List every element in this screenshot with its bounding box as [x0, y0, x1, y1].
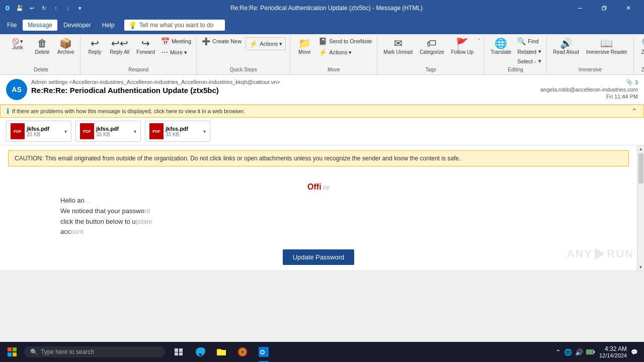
save-qs-btn[interactable]: 💾: [15, 4, 24, 13]
vertical-scrollbar[interactable]: ▲ ▼: [637, 145, 644, 270]
select-button[interactable]: Select - ▾: [515, 57, 543, 65]
immersive-reader-button[interactable]: 📖 Immersive Reader: [583, 36, 630, 57]
taskview-button[interactable]: [169, 342, 189, 362]
ribbon-group-quicksteps: ➕ Create New ⚡ Actions ▾ Quick Steps: [197, 36, 290, 74]
anyrun-watermark: ANY RUN: [567, 247, 634, 260]
down-qs-btn[interactable]: ↓: [63, 4, 72, 13]
find-button[interactable]: 🔍 Find: [515, 36, 543, 46]
scroll-thumb[interactable]: [638, 153, 643, 184]
start-button[interactable]: [2, 342, 22, 362]
move-button[interactable]: 📁 Move: [293, 36, 315, 57]
taskbar: 🔍 Type here to search O ⌃ 🌐 🔊: [0, 342, 644, 362]
junk-button[interactable]: 🚫 ▾ Junk: [5, 36, 30, 52]
up-qs-btn[interactable]: ↑: [51, 4, 60, 13]
notification-icon[interactable]: 💬: [631, 349, 638, 355]
message-menu[interactable]: Message: [23, 20, 57, 31]
ribbon: 🚫 ▾ Junk 🗑 Delete 📦 Archive Delete: [0, 34, 644, 75]
attach-dropdown-1[interactable]: ▾: [64, 129, 67, 134]
mark-unread-button[interactable]: ✉ Mark Unread: [380, 36, 416, 57]
ribbon-group-quicksteps-content: ➕ Create New ⚡ Actions ▾: [200, 36, 287, 65]
attachment-3[interactable]: PDF jkfss.pdf 33 KB ▾: [145, 121, 210, 142]
attach-name-3: jkfss.pdf: [166, 126, 201, 132]
tell-me-bar[interactable]: 💡 Tell me what you want to do: [124, 20, 225, 31]
categorize-button[interactable]: 🏷 Categorize: [417, 36, 447, 57]
zoom-group-label: Zoom: [637, 65, 644, 74]
archive-label: Archive: [57, 49, 74, 55]
window-controls: ─ ✕: [569, 0, 640, 16]
clock-date: 12/14/2024: [599, 352, 627, 358]
attach-dropdown-2[interactable]: ▾: [134, 129, 136, 134]
hello-text: Hello an...: [60, 196, 577, 206]
categorize-icon: 🏷: [427, 38, 437, 48]
scroll-up-arrow[interactable]: ▲: [637, 145, 645, 152]
edge-button[interactable]: [190, 342, 210, 362]
taskbar-search[interactable]: 🔍 Type here to search: [24, 346, 165, 357]
explorer-button[interactable]: [211, 342, 231, 362]
update-password-button[interactable]: Update Password: [283, 249, 355, 265]
undo-qs-btn[interactable]: ↩: [27, 4, 36, 13]
scroll-down-arrow[interactable]: ▼: [637, 263, 645, 270]
battery-icon[interactable]: [586, 349, 595, 354]
info-bar[interactable]: ℹ If there are problems with how this me…: [0, 105, 644, 118]
ribbon-group-move: 📁 Move 📓 Send to OneNote ⚡ Actions ▾ Mov…: [290, 36, 377, 74]
network-icon[interactable]: 🌐: [564, 348, 572, 356]
translate-button[interactable]: 🌐 Translate: [488, 36, 514, 57]
zoom-button[interactable]: 🔍 Zoom: [637, 36, 644, 57]
respond-small-col: 📅 Meeting ⋯ More ▾: [159, 36, 193, 57]
more-respond-button[interactable]: ⋯ More ▾: [159, 47, 193, 57]
tags-expand[interactable]: ⌄: [477, 36, 481, 42]
file-menu[interactable]: File: [2, 20, 22, 31]
forward-button[interactable]: ↪ Forward: [133, 36, 158, 57]
redo-qs-btn[interactable]: ↻: [39, 4, 48, 13]
immersive-reader-icon: 📖: [600, 38, 613, 48]
zoom-label: Zoom: [641, 49, 644, 55]
meeting-button[interactable]: 📅 Meeting: [159, 36, 193, 46]
time-display[interactable]: 4:32 AM 12/14/2024: [599, 345, 627, 358]
taskbar-right: ⌃ 🌐 🔊 4:32 AM 12/14/2024 💬: [555, 345, 642, 358]
send-to-onenote-button[interactable]: 📓 Send to OneNote: [316, 36, 374, 46]
more-respond-icon: ⋯: [161, 48, 168, 56]
related-button[interactable]: Related ▾: [515, 47, 543, 56]
create-new-button[interactable]: ➕ Create New: [200, 36, 244, 46]
attachment-2[interactable]: PDF jkfss.pdf 33 KB ▾: [75, 121, 141, 142]
pdf-icon-3: PDF: [149, 123, 164, 139]
restore-button[interactable]: [593, 0, 616, 16]
junk-dropdown: ▾: [20, 38, 23, 45]
follow-up-button[interactable]: 🚩 Follow Up: [448, 36, 476, 57]
attach-info-1: jkfss.pdf 33 KB: [27, 126, 62, 137]
delete-group-label: Delete: [5, 65, 77, 74]
move-actions-button[interactable]: ⚡ Actions ▾: [316, 47, 374, 57]
chevron-up-icon[interactable]: ⌃: [555, 348, 561, 356]
delete-button[interactable]: 🗑 Delete: [31, 36, 53, 57]
attachment-1[interactable]: PDF jkfss.pdf 33 KB ▾: [6, 121, 71, 142]
info-bar-collapse[interactable]: ⌃: [631, 107, 637, 115]
outlook-button[interactable]: O: [254, 342, 274, 362]
close-button[interactable]: ✕: [617, 0, 640, 16]
email-date: Fri 11:44 PM: [606, 94, 638, 100]
archive-button[interactable]: 📦 Archive: [54, 36, 77, 57]
ribbon-group-zoom: 🔍 Zoom Zoom: [634, 36, 644, 74]
help-menu[interactable]: Help: [97, 20, 120, 31]
firefox-button[interactable]: [232, 342, 253, 362]
sender-avatar: AS: [6, 79, 27, 100]
translate-label: Translate: [491, 49, 511, 55]
delete-label: Delete: [35, 49, 50, 55]
ribbon-group-immersive-content: 🔊 Read Aloud 📖 Immersive Reader: [550, 36, 630, 65]
attach-dropdown-3[interactable]: ▾: [203, 129, 206, 134]
pdf-icon-2: PDF: [80, 123, 94, 139]
more-qs-btn[interactable]: ▾: [75, 4, 85, 13]
attachments-bar: PDF jkfss.pdf 33 KB ▾ PDF jkfss.pdf 33 K…: [0, 118, 644, 145]
minimize-button[interactable]: ─: [569, 0, 592, 16]
reply-all-button[interactable]: ↩↩ Reply All: [107, 36, 132, 57]
ribbon-group-delete-content: 🚫 ▾ Junk 🗑 Delete 📦 Archive: [5, 36, 77, 65]
related-arrow: ▾: [538, 48, 541, 55]
create-new-icon: ➕: [202, 37, 210, 45]
read-aloud-button[interactable]: 🔊 Read Aloud: [550, 36, 582, 57]
actions-button[interactable]: ⚡ Actions ▾: [247, 39, 284, 49]
developer-menu[interactable]: Developer: [58, 20, 96, 31]
notice2-text: click the button below to update: [60, 217, 577, 227]
svg-rect-17: [594, 351, 595, 353]
reply-button[interactable]: ↩ Reply: [84, 36, 106, 57]
volume-icon[interactable]: 🔊: [575, 348, 583, 356]
svg-rect-8: [179, 348, 183, 352]
